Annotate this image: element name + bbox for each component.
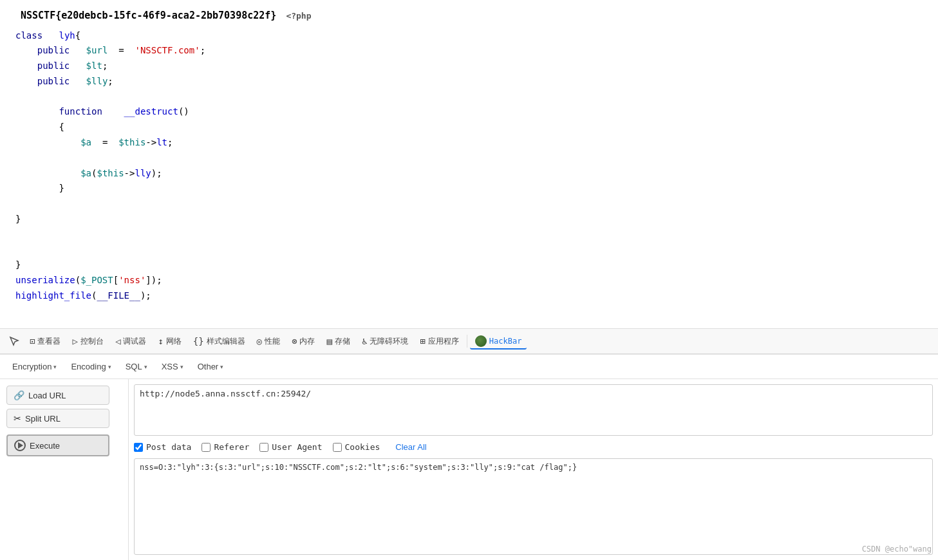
post-data-checkbox-label[interactable]: Post data [134, 442, 191, 452]
code-line: } [15, 212, 928, 227]
execute-play-icon [14, 440, 26, 451]
code-line: public $lt; [15, 59, 928, 74]
sql-label: SQL [126, 362, 142, 371]
toolbar-separator [467, 335, 467, 348]
devtools-debugger[interactable]: ◁ 调试器 [110, 333, 151, 350]
devtools-viewer[interactable]: ⊡ 查看器 [24, 333, 66, 350]
checkbox-row: Post data Referer User Agent Cookies Cle… [134, 440, 933, 454]
load-url-label: Load URL [28, 391, 66, 400]
devtools-performance[interactable]: ◎ 性能 [252, 333, 285, 350]
code-line: function __destruct() [15, 104, 928, 120]
user-agent-checkbox-label[interactable]: User Agent [259, 442, 322, 452]
devtools-bar: ⊡ 查看器 ▷ 控制台 ◁ 调试器 ↕ 网络 {} 样式编辑器 ◎ 性能 ⊗ 内… [0, 328, 938, 354]
xss-label: XSS [162, 362, 178, 371]
application-icon: ⊞ [420, 336, 425, 346]
perf-label: 性能 [265, 336, 280, 347]
code-line: class lyh{ [15, 28, 928, 44]
user-agent-checkbox[interactable] [259, 443, 268, 452]
accessibility-icon: ♿ [362, 336, 367, 346]
cookies-label: Cookies [345, 442, 380, 452]
code-line: $a($this->lly); [15, 166, 928, 182]
perf-icon: ◎ [257, 336, 262, 346]
memory-icon: ⊗ [292, 336, 297, 346]
play-triangle [18, 442, 23, 449]
split-url-button[interactable]: ✂ Split URL [6, 409, 109, 428]
sql-menu[interactable]: SQL ▾ [120, 359, 153, 375]
split-url-icon: ✂ [14, 413, 21, 424]
encryption-chevron: ▾ [53, 364, 57, 370]
hackbar-label: HackBar [489, 337, 522, 346]
network-label: 网络 [166, 336, 182, 347]
encoding-label: Encoding [71, 362, 106, 371]
code-line [15, 196, 928, 212]
devtools-console[interactable]: ▷ 控制台 [67, 333, 108, 350]
hackbar-toolbar: Encryption ▾ Encoding ▾ SQL ▾ XSS ▾ Othe… [0, 355, 938, 379]
clear-all-button[interactable]: Clear All [395, 442, 426, 452]
execute-button[interactable]: Execute [6, 434, 109, 456]
referer-label: Referer [214, 442, 249, 452]
storage-icon: ▤ [326, 336, 332, 346]
devtools-storage[interactable]: ▤ 存储 [321, 333, 355, 350]
console-icon: ▷ [72, 336, 77, 346]
hackbar-panel: Encryption ▾ Encoding ▾ SQL ▾ XSS ▾ Othe… [0, 354, 938, 560]
code-line: unserialize($_POST['nss']); [15, 273, 928, 288]
load-url-button[interactable]: 🔗 Load URL [6, 386, 109, 405]
code-line: { [15, 120, 928, 135]
storage-label: 存储 [335, 336, 350, 347]
memory-label: 内存 [299, 336, 315, 347]
other-menu[interactable]: Other ▾ [192, 359, 230, 375]
hackbar-left-panel: 🔗 Load URL ✂ Split URL Execute [0, 379, 129, 560]
cookies-checkbox[interactable] [333, 443, 342, 452]
code-line: highlight_file(__FILE__); [15, 288, 928, 304]
application-label: 应用程序 [428, 336, 459, 347]
viewer-label: 查看器 [37, 336, 61, 347]
referer-checkbox[interactable] [202, 443, 211, 452]
code-line: $a = $this->lt; [15, 135, 928, 151]
referer-checkbox-label[interactable]: Referer [202, 442, 249, 452]
hackbar-right-panel: Post data Referer User Agent Cookies Cle… [129, 379, 938, 560]
xss-menu[interactable]: XSS ▾ [156, 359, 189, 375]
code-line: public $lly; [15, 74, 928, 89]
flag-text: NSSCTF{e20debcb-15fc-46f9-aca2-2bb70398c… [21, 10, 276, 21]
code-line [15, 89, 928, 105]
encoding-chevron: ▾ [108, 364, 111, 370]
code-line: } [15, 181, 928, 196]
devtools-accessibility[interactable]: ♿ 无障碍环境 [357, 333, 413, 350]
xss-chevron: ▾ [180, 364, 183, 370]
viewer-icon: ⊡ [30, 336, 35, 346]
post-data-label: Post data [146, 442, 191, 452]
other-label: Other [198, 362, 219, 371]
post-data-input[interactable] [134, 458, 933, 555]
other-chevron: ▾ [220, 364, 223, 370]
encryption-label: Encryption [12, 362, 52, 371]
debugger-label: 调试器 [123, 336, 146, 347]
clear-all-label: Clear All [395, 442, 426, 452]
split-url-label: Split URL [25, 414, 61, 424]
hackbar-icon [475, 335, 487, 347]
encryption-menu[interactable]: Encryption ▾ [6, 359, 62, 375]
devtools-memory[interactable]: ⊗ 内存 [286, 333, 320, 350]
code-line [15, 151, 928, 166]
devtools-hackbar[interactable]: HackBar [470, 333, 527, 350]
encoding-menu[interactable]: Encoding ▾ [65, 359, 117, 375]
url-input[interactable] [134, 384, 933, 436]
debugger-icon: ◁ [115, 336, 120, 346]
console-label: 控制台 [80, 336, 104, 347]
devtools-network[interactable]: ↕ 网络 [153, 333, 186, 350]
post-data-checkbox[interactable] [134, 443, 143, 452]
code-line [15, 227, 928, 243]
style-icon: {} [193, 336, 204, 346]
devtools-style-editor[interactable]: {} 样式编辑器 [188, 333, 250, 350]
php-tag: <?php [286, 11, 311, 21]
code-area: NSSCTF{e20debcb-15fc-46f9-aca2-2bb70398c… [0, 0, 938, 328]
devtools-inspector-icon[interactable] [5, 333, 23, 349]
flag-banner: NSSCTF{e20debcb-15fc-46f9-aca2-2bb70398c… [10, 6, 928, 28]
watermark: CSDN @echo"wang [862, 545, 932, 554]
load-url-icon: 🔗 [14, 390, 24, 400]
execute-label: Execute [30, 441, 60, 451]
hackbar-body: 🔗 Load URL ✂ Split URL Execute Post [0, 379, 938, 560]
network-icon: ↕ [158, 336, 163, 346]
cookies-checkbox-label[interactable]: Cookies [333, 442, 380, 452]
devtools-application[interactable]: ⊞ 应用程序 [415, 333, 464, 350]
code-line: } [15, 257, 928, 273]
